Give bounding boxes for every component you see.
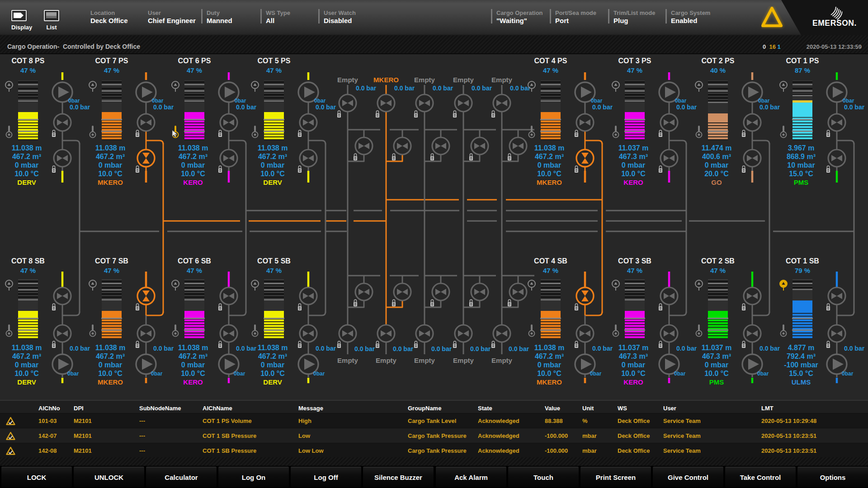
svg-text:PMS: PMS	[709, 378, 724, 386]
svg-text:0.0 bar: 0.0 bar	[592, 345, 613, 352]
svg-text:11.038 m: 11.038 m	[178, 144, 208, 152]
svg-text:20.0 °C: 20.0 °C	[704, 170, 729, 178]
svg-text:COT 3 SB: COT 3 SB	[618, 257, 651, 265]
svg-text:0bar: 0bar	[151, 371, 163, 377]
svg-text:MKERO: MKERO	[373, 76, 399, 84]
svg-text:0.0 bar: 0.0 bar	[844, 103, 865, 111]
svg-text:15.0 °C: 15.0 °C	[789, 370, 813, 377]
svg-text:Empty: Empty	[376, 357, 397, 364]
svg-text:0 mbar: 0 mbar	[705, 361, 728, 369]
svg-text:47 %: 47 %	[20, 267, 36, 274]
svg-text:PMS: PMS	[794, 178, 809, 186]
svg-text:0 mbar: 0 mbar	[99, 361, 122, 369]
svg-text:0.0 bar: 0.0 bar	[153, 345, 174, 352]
svg-text:0.0 bar: 0.0 bar	[236, 103, 257, 111]
svg-text:COT 5 SB: COT 5 SB	[257, 257, 291, 265]
svg-text:0.0 bar: 0.0 bar	[316, 345, 336, 352]
svg-text:Empty: Empty	[453, 76, 474, 84]
svg-text:Empty: Empty	[453, 357, 474, 364]
svg-text:11.037 m: 11.037 m	[702, 344, 732, 352]
svg-text:0 mbar: 0 mbar	[181, 361, 205, 369]
svg-text:MKERO: MKERO	[98, 178, 123, 186]
svg-text:MKERO: MKERO	[98, 378, 123, 386]
svg-text:0.0 bar: 0.0 bar	[676, 345, 697, 352]
svg-text:0bar: 0bar	[757, 371, 769, 377]
svg-text:0bar: 0bar	[313, 371, 325, 377]
svg-text:Empty: Empty	[337, 76, 359, 84]
svg-text:467.2 m³: 467.2 m³	[535, 153, 564, 160]
svg-text:ULMS: ULMS	[792, 378, 811, 386]
svg-text:0 mbar: 0 mbar	[538, 361, 561, 369]
svg-text:Empty: Empty	[414, 76, 435, 84]
svg-text:47 %: 47 %	[104, 66, 119, 74]
svg-text:467.3 m³: 467.3 m³	[702, 352, 731, 360]
svg-text:792.4 m³: 792.4 m³	[787, 352, 816, 360]
svg-text:KERO: KERO	[623, 378, 643, 386]
svg-text:10.0 °C: 10.0 °C	[704, 370, 729, 377]
svg-text:0.0 bar: 0.0 bar	[236, 345, 257, 352]
svg-text:DERV: DERV	[263, 178, 282, 186]
svg-text:COT 4 SB: COT 4 SB	[534, 257, 567, 265]
svg-text:10.0 °C: 10.0 °C	[181, 170, 205, 178]
svg-text:0 mbar: 0 mbar	[538, 161, 561, 169]
svg-text:Empty: Empty	[337, 357, 359, 364]
svg-text:COT 7 PS: COT 7 PS	[95, 57, 128, 65]
svg-text:MKERO: MKERO	[537, 378, 562, 386]
svg-text:0bar: 0bar	[591, 98, 603, 104]
svg-text:0bar: 0bar	[152, 98, 164, 104]
svg-text:0.0 bar: 0.0 bar	[354, 345, 375, 352]
svg-text:0 mbar: 0 mbar	[15, 361, 38, 369]
svg-text:0 mbar: 0 mbar	[181, 161, 205, 169]
svg-text:0bar: 0bar	[68, 98, 80, 104]
svg-text:0 mbar: 0 mbar	[622, 161, 645, 169]
svg-text:0.0 bar: 0.0 bar	[472, 84, 492, 92]
svg-text:10.0 °C: 10.0 °C	[621, 170, 646, 178]
svg-text:COT 5 PS: COT 5 PS	[258, 57, 291, 65]
svg-text:KERO: KERO	[183, 378, 203, 386]
svg-text:10.0 °C: 10.0 °C	[260, 370, 285, 377]
svg-text:467.2 m³: 467.2 m³	[535, 352, 564, 360]
svg-text:0bar: 0bar	[234, 371, 245, 377]
svg-text:11.038 m: 11.038 m	[95, 144, 126, 152]
svg-text:0.0 bar: 0.0 bar	[356, 84, 377, 92]
svg-text:COT 8 SB: COT 8 SB	[11, 257, 45, 265]
svg-text:0.0 bar: 0.0 bar	[431, 345, 452, 352]
svg-text:47 %: 47 %	[104, 267, 119, 274]
svg-text:0bar: 0bar	[843, 98, 854, 104]
svg-text:0bar: 0bar	[674, 371, 686, 377]
svg-text:467.3 m³: 467.3 m³	[619, 352, 648, 360]
svg-text:11.037 m: 11.037 m	[618, 144, 649, 152]
svg-text:KERO: KERO	[623, 178, 643, 186]
svg-text:0.0 bar: 0.0 bar	[760, 103, 780, 111]
svg-text:0.0 bar: 0.0 bar	[676, 103, 697, 111]
svg-text:0.0 bar: 0.0 bar	[510, 84, 531, 92]
svg-text:COT 8 PS: COT 8 PS	[12, 57, 45, 65]
svg-text:467.2 m³: 467.2 m³	[12, 352, 41, 360]
svg-text:0.0 bar: 0.0 bar	[393, 345, 414, 352]
svg-text:10.0 °C: 10.0 °C	[14, 170, 39, 178]
svg-text:467.2 m³: 467.2 m³	[179, 352, 208, 360]
svg-text:MKERO: MKERO	[537, 178, 562, 186]
svg-text:0.0 bar: 0.0 bar	[433, 84, 453, 92]
svg-text:10.0 °C: 10.0 °C	[181, 370, 205, 377]
svg-text:0.0 bar: 0.0 bar	[394, 84, 415, 92]
svg-text:COT 1 PS: COT 1 PS	[786, 57, 819, 65]
svg-text:11.038 m: 11.038 m	[178, 344, 208, 352]
svg-text:-100 mbar: -100 mbar	[784, 361, 818, 369]
svg-text:Empty: Empty	[414, 357, 435, 364]
svg-text:11.038 m: 11.038 m	[258, 144, 288, 152]
svg-text:87 %: 87 %	[795, 66, 810, 74]
svg-text:Empty: Empty	[491, 76, 513, 84]
svg-text:47 %: 47 %	[627, 66, 642, 74]
svg-text:467.2 m³: 467.2 m³	[12, 153, 41, 160]
svg-text:0 mbar: 0 mbar	[15, 161, 38, 169]
svg-text:3.967 m: 3.967 m	[788, 144, 815, 152]
svg-text:0bar: 0bar	[235, 98, 246, 104]
svg-text:KERO: KERO	[183, 178, 203, 186]
svg-text:0 mbar: 0 mbar	[99, 161, 122, 169]
svg-text:11.038 m: 11.038 m	[534, 344, 565, 352]
svg-text:467.2 m³: 467.2 m³	[96, 153, 125, 160]
svg-text:47 %: 47 %	[627, 267, 642, 274]
svg-text:11.038 m: 11.038 m	[258, 344, 288, 352]
svg-text:COT 1 SB: COT 1 SB	[786, 257, 819, 265]
